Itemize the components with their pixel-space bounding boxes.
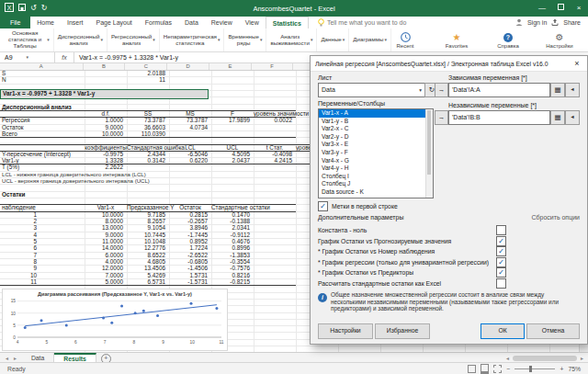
sheet-cell[interactable]: 4.2415 <box>254 157 292 164</box>
sheet-cell[interactable]: 1.3328 <box>85 157 123 164</box>
option-row[interactable]: График Остатки vs Прогнозируемые значени… <box>318 236 511 246</box>
sheet-cell[interactable]: -1.4506 <box>170 265 208 271</box>
option-row[interactable]: * График Остатки vs Номер наблюдения✓ <box>318 246 511 256</box>
sheet-cell[interactable]: d.f. <box>85 110 127 117</box>
option-checkbox[interactable]: ✓ <box>496 257 506 267</box>
sheet-cell[interactable]: F <box>211 110 254 117</box>
column-header-D[interactable]: D <box>167 62 209 70</box>
close-button[interactable]: × <box>570 0 588 17</box>
list-scroll-thumb[interactable] <box>427 110 431 175</box>
sheet-cell[interactable]: Var1-x <box>85 204 127 210</box>
labels-first-row-checkbox[interactable]: ✓ <box>318 201 328 211</box>
ribbon-group-dropdown[interactable]: Данные▾ <box>317 28 349 51</box>
sheet-cell[interactable]: 2.0437 <box>212 157 250 164</box>
sheet-cell[interactable]: 5.0000 <box>85 278 123 285</box>
hscroll-thumb[interactable] <box>513 356 577 361</box>
undo-button[interactable]: ↺ <box>30 5 37 12</box>
sheet-cell[interactable]: коэффициенты <box>85 144 127 151</box>
option-checkbox[interactable] <box>496 278 506 289</box>
tell-me-box[interactable]: Tell me what you want to do <box>318 17 406 28</box>
independent-range-picker-button[interactable]: ▦ <box>550 110 565 125</box>
sheet-cell[interactable]: 6.0000 <box>85 252 123 258</box>
prev-sheet-button[interactable]: ◄ <box>5 356 9 361</box>
sheet-cell[interactable]: 10.0000 <box>85 130 123 137</box>
sheet-cell[interactable]: 6.5731 <box>128 278 165 285</box>
observation-number[interactable]: 10 <box>0 272 37 278</box>
sheet-cell[interactable]: 17.9899 <box>212 117 250 123</box>
sheet-cell[interactable]: 0.8996 <box>212 244 250 251</box>
zoom-out-button[interactable]: − <box>506 366 510 372</box>
cancel-button[interactable]: Отмена <box>526 323 580 339</box>
sheet-cell[interactable]: 36.6603 <box>128 124 165 130</box>
legend-text[interactable]: UCL - верхняя граница доверительного инт… <box>2 177 277 184</box>
sheet-cell[interactable]: SS <box>127 110 169 117</box>
sheet-cell[interactable]: 11.0000 <box>85 238 123 244</box>
insert-function-button[interactable]: fx <box>55 51 74 62</box>
ribbon-tab-file[interactable]: File <box>0 17 30 28</box>
sheet-cell[interactable]: 4.6805 <box>128 258 165 265</box>
zoom-in-button[interactable]: + <box>560 366 563 372</box>
sheet-cell[interactable]: -0.9112 <box>212 232 250 238</box>
sheet-cell[interactable]: -1.5731 <box>170 278 208 285</box>
observation-number[interactable]: 9 <box>0 265 37 271</box>
ribbon-icon-group-recent[interactable]: Recent <box>391 32 419 49</box>
sheet-cell[interactable]: 13.0000 <box>85 224 123 231</box>
ribbon-group-dropdown[interactable]: Анализ выживаемости▾ <box>266 28 317 51</box>
dependent-variable-field[interactable]: 'Data'!A:A <box>448 83 550 97</box>
sheet-cell[interactable]: 9.1054 <box>128 224 165 231</box>
variable-item[interactable]: Var2-y - D <box>319 133 433 142</box>
sheet-cell[interactable]: Предсказанное Y <box>127 204 169 210</box>
zoom-level[interactable]: 75% <box>568 366 581 372</box>
sheet-cell[interactable]: уровень значимости <box>254 110 296 117</box>
anova-row-label[interactable]: Регрессия <box>2 117 83 123</box>
ribbon-group-dropdown[interactable]: Диаграммы▾ <box>349 28 391 51</box>
variable-item[interactable]: Var4-y - H <box>319 164 433 173</box>
page-break-view-button[interactable] <box>493 365 502 373</box>
dependent-range-picker-button[interactable]: ▦ <box>550 83 565 97</box>
add-independent-button[interactable]: → <box>435 110 448 125</box>
observation-number[interactable]: 5 <box>0 238 37 244</box>
ribbon-tab-review[interactable]: Review <box>205 17 239 28</box>
favorites-button[interactable]: Избранное <box>375 323 430 339</box>
sheet-cell[interactable]: 5.4269 <box>128 272 165 278</box>
sheet-cell[interactable]: -0.7576 <box>212 265 250 271</box>
coefficient-row-label[interactable]: Y-пересечение (Intercept) <box>2 151 83 157</box>
observation-number[interactable]: 4 <box>0 232 37 238</box>
sheet-cell[interactable]: -0.3554 <box>212 258 250 265</box>
sheet-cell[interactable]: Стандартная ошибка <box>127 144 169 151</box>
sheet-cell[interactable]: -0.9975 <box>85 151 123 157</box>
residuals-header[interactable]: наблюдение <box>2 204 57 210</box>
zoom-slider-thumb[interactable] <box>529 366 532 372</box>
sheet-cell[interactable]: 0.6220 <box>170 157 208 164</box>
independent-variable-field[interactable]: 'Data'!B:B <box>448 110 550 125</box>
ribbon-tab-home[interactable]: Home <box>30 17 61 28</box>
sheet-cell[interactable]: 4.0734 <box>170 124 208 130</box>
coefficient-row-label[interactable]: Var1-y <box>2 157 83 164</box>
column-header-F[interactable]: F <box>252 62 294 70</box>
sheet-cell[interactable]: 73.3787 <box>128 117 165 123</box>
ribbon-icon-group-настройки[interactable]: ⚙Настройки <box>546 32 573 49</box>
ribbon-tab-view[interactable]: View <box>239 17 266 28</box>
selected-cell-equation[interactable]: Var1-x = -0.9975 + 1.3328 * Var1-y <box>0 89 209 98</box>
scatter-chart[interactable]: Диаграмма рассеивания (Предсказанное Y, … <box>2 289 228 351</box>
anova-title[interactable]: Дисперсионный анализ <box>2 104 112 110</box>
sheet-select[interactable]: Data ▾ <box>318 83 425 97</box>
sheet-cell[interactable]: 1.0000 <box>85 117 123 123</box>
settings-button[interactable]: Настройки <box>318 323 373 339</box>
variable-item[interactable]: Var1-y - B <box>319 118 433 126</box>
sheet-cell[interactable]: 1.7224 <box>170 244 208 251</box>
save-button[interactable] <box>18 4 26 13</box>
option-row[interactable]: * График регрессии (только для унивариан… <box>318 257 511 267</box>
ribbon-icon-group-favorites[interactable]: ★Favorites <box>443 32 470 49</box>
column-header-C[interactable]: C <box>125 62 167 70</box>
add-dependent-button[interactable]: → <box>435 83 448 97</box>
page-layout-view-button[interactable] <box>481 364 489 374</box>
ribbon-tab-data[interactable]: Data <box>178 17 205 28</box>
option-row[interactable]: Константа - ноль <box>318 225 511 235</box>
sheet-cell[interactable]: 11 <box>128 76 165 83</box>
stat-label[interactable]: S <box>2 70 75 76</box>
sheet-cell[interactable]: 10.1048 <box>128 238 165 244</box>
option-checkbox[interactable]: ✓ <box>496 236 506 246</box>
list-scrollbar[interactable] <box>425 109 433 198</box>
observation-number[interactable]: 6 <box>0 244 37 251</box>
